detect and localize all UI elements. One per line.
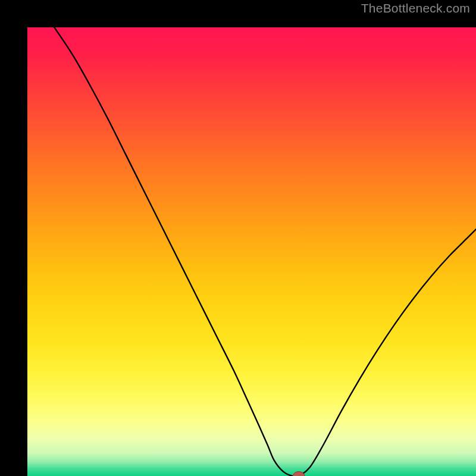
watermark-label: TheBottleneck.com [361, 1, 470, 15]
chart-frame [0, 0, 476, 476]
bottleneck-plot [27, 27, 476, 476]
